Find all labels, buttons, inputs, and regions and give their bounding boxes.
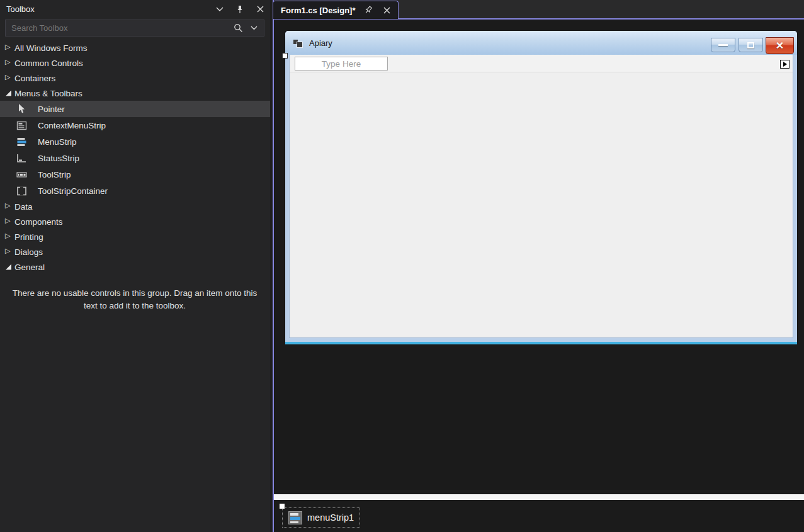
toolbox-category-common-controls[interactable]: Common Controls (0, 55, 270, 71)
component-tray-splitter[interactable] (274, 494, 804, 500)
toolbox-search-box[interactable] (5, 20, 264, 37)
toolbox-item-menustrip[interactable]: MenuStrip (0, 133, 270, 150)
maximize-button[interactable] (739, 38, 763, 52)
contextmenustrip-icon (16, 120, 27, 131)
toolbox-category-general[interactable]: General (0, 259, 270, 274)
form-titlebar[interactable]: Apiary ✕ (285, 31, 797, 55)
menustrip-control[interactable]: Type Here (290, 55, 793, 72)
toolbox-title: Toolbox (6, 4, 35, 14)
close-icon[interactable] (255, 4, 265, 14)
toolstripcontainer-icon (16, 186, 27, 196)
toolstrip-icon (16, 169, 27, 180)
close-icon: ✕ (776, 41, 784, 51)
toolbox-row-label: ToolStrip (38, 170, 71, 179)
toolbox-row-label: Containers (14, 74, 55, 83)
tree-collapsed-icon[interactable] (5, 75, 12, 82)
close-button[interactable]: ✕ (766, 37, 794, 54)
toolbox-category-components[interactable]: Components (0, 214, 270, 229)
search-icon[interactable] (234, 23, 243, 33)
menustrip-icon (16, 137, 27, 147)
pin-icon[interactable] (363, 5, 373, 15)
toolbox-row-label: Printing (14, 232, 43, 242)
toolbox-row-label: Components (14, 217, 63, 227)
tray-item-label: menuStrip1 (307, 512, 354, 523)
close-icon[interactable] (382, 5, 392, 15)
toolbox-row-label: Dialogs (14, 247, 43, 257)
toolbox-item-contextmenustrip[interactable]: ContextMenuStrip (0, 117, 270, 133)
search-options-chevron-icon[interactable] (251, 26, 258, 30)
statusstrip-icon (16, 153, 27, 164)
form-title: Apiary (309, 38, 332, 48)
toolbox-row-label: General (14, 263, 45, 272)
tree-collapsed-icon[interactable] (5, 249, 12, 256)
toolbox-row-label: ToolStripContainer (38, 186, 108, 196)
form-bottom-edge-highlight (285, 342, 797, 344)
pin-icon[interactable] (235, 4, 245, 14)
tab-label: Form1.cs [Design]* (281, 6, 355, 15)
tab-form1-design[interactable]: Form1.cs [Design]* (273, 1, 399, 19)
tree-collapsed-icon[interactable] (5, 203, 12, 210)
design-form-window[interactable]: Apiary ✕ Type Here (285, 31, 797, 342)
selection-grab-handle[interactable] (282, 53, 288, 59)
toolbox-row-label: StatusStrip (38, 154, 79, 163)
pointer-icon (16, 104, 27, 115)
toolbox-row-label: MenuStrip (38, 137, 77, 147)
toolbox-item-toolstrip[interactable]: ToolStrip (0, 166, 270, 183)
window-menu-chevron-icon[interactable] (215, 4, 225, 14)
toolbox-row-label: ContextMenuStrip (38, 121, 106, 130)
toolbox-row-label: All Windows Forms (14, 43, 88, 53)
toolbox-category-data[interactable]: Data (0, 199, 270, 214)
toolbox-row-label: Data (14, 202, 33, 212)
tree-collapsed-icon[interactable] (5, 234, 12, 241)
tree-collapsed-icon[interactable] (5, 218, 12, 225)
minimize-button[interactable] (711, 38, 735, 52)
toolbox-category-dialogs[interactable]: Dialogs (0, 244, 270, 259)
minimize-icon (718, 44, 728, 46)
tray-selection-handle (280, 504, 285, 509)
maximize-icon (747, 42, 754, 48)
tree-collapsed-icon[interactable] (5, 60, 12, 67)
toolbox-header: Toolbox (0, 0, 270, 18)
toolbox-item-statusstrip[interactable]: StatusStrip (0, 150, 270, 166)
menu-type-here-box[interactable]: Type Here (295, 57, 388, 71)
form-client-area[interactable] (290, 73, 793, 337)
toolbox-panel: Toolbox All Windows FormsCommon Controls… (0, 0, 270, 532)
toolbox-category-all-windows-forms[interactable]: All Windows Forms (0, 40, 270, 55)
toolbox-item-pointer[interactable]: Pointer (0, 101, 270, 117)
toolbox-row-label: Menus & Toolbars (14, 89, 82, 98)
toolbox-empty-group-message: There are no usable controls in this gro… (9, 287, 261, 312)
tray-item-menustrip1[interactable]: menuStrip1 (282, 507, 360, 528)
form-body: Type Here (289, 55, 793, 338)
toolbox-tree: All Windows FormsCommon ControlsContaine… (0, 40, 270, 274)
toolbox-row-label: Pointer (38, 105, 65, 114)
form-icon (293, 38, 304, 48)
tree-collapsed-icon[interactable] (5, 45, 12, 52)
toolbox-category-printing[interactable]: Printing (0, 229, 270, 244)
toolbox-row-label: Common Controls (14, 59, 83, 68)
toolbox-item-toolstripcontainer[interactable]: ToolStripContainer (0, 183, 270, 199)
search-input[interactable] (6, 23, 234, 33)
menustrip-icon (288, 511, 302, 524)
toolbox-category-menus-toolbars[interactable]: Menus & Toolbars (0, 86, 270, 101)
smart-tag-arrow-icon[interactable] (780, 60, 790, 69)
tree-expanded-icon[interactable] (5, 264, 12, 271)
panel-divider[interactable] (273, 0, 274, 532)
toolbox-category-containers[interactable]: Containers (0, 71, 270, 86)
type-here-placeholder: Type Here (322, 59, 361, 69)
tree-expanded-icon[interactable] (5, 90, 12, 97)
